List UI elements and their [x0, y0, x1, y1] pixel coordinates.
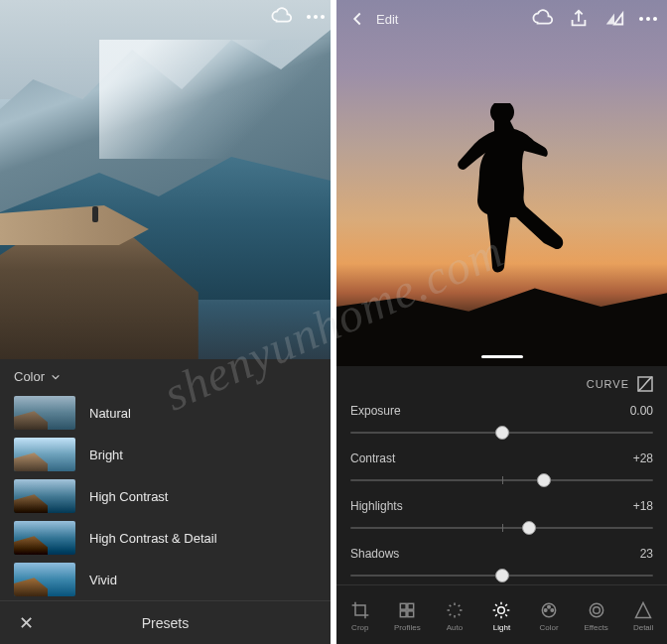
preset-item[interactable]: Bright: [0, 434, 331, 475]
preset-thumb: [14, 563, 75, 596]
preset-group-label: Color: [14, 369, 45, 384]
preset-thumb: [14, 438, 75, 471]
preview-image-fjord[interactable]: [0, 0, 331, 359]
svg-point-5: [498, 606, 505, 613]
tool-label: Auto: [447, 623, 463, 632]
slider-label: Contrast: [350, 451, 395, 465]
profiles-icon: [397, 600, 417, 620]
color-icon: [539, 600, 559, 620]
slider-value: 23: [640, 547, 653, 561]
preset-item[interactable]: High Contrast: [0, 475, 331, 517]
tool-label: Detail: [633, 623, 653, 632]
svg-point-11: [593, 606, 600, 613]
curve-button[interactable]: CURVE: [336, 366, 667, 404]
preset-item[interactable]: Natural: [0, 392, 331, 434]
preset-label: Bright: [89, 448, 123, 462]
presets-screen: Color Natural Bright High Contrast High …: [0, 0, 331, 644]
slider-value: +28: [633, 451, 653, 465]
more-icon[interactable]: [639, 17, 657, 21]
light-panel: CURVE Exposure 0.00 Contrast +28 H: [336, 366, 667, 644]
tool-detail[interactable]: Detail: [622, 600, 664, 632]
svg-point-9: [544, 608, 547, 611]
preset-item[interactable]: Vivid: [0, 559, 331, 600]
svg-point-7: [548, 605, 551, 608]
svg-rect-1: [401, 603, 407, 609]
bottom-bar-title: Presets: [142, 615, 189, 631]
curve-icon: [637, 376, 653, 392]
auto-icon: [445, 600, 465, 620]
preset-label: Natural: [89, 406, 131, 421]
tool-strip: Crop Profiles Auto Light Color Effects: [336, 584, 667, 644]
tool-label: Crop: [351, 623, 368, 632]
effects-icon: [587, 600, 606, 620]
svg-point-8: [551, 608, 554, 611]
preset-label: Vivid: [89, 573, 117, 587]
preset-thumb: [14, 396, 75, 430]
slider-label: Exposure: [350, 404, 401, 418]
svg-rect-4: [408, 610, 414, 616]
shadows-slider[interactable]: Shadows 23: [350, 547, 653, 584]
detail-icon: [633, 600, 653, 620]
tool-color[interactable]: Color: [528, 600, 570, 632]
silhouette-figure: [433, 103, 572, 282]
preset-thumb: [14, 521, 75, 555]
tool-effects[interactable]: Effects: [576, 600, 617, 632]
tool-crop[interactable]: Crop: [339, 600, 381, 632]
slider-value: 0.00: [630, 404, 653, 418]
close-icon[interactable]: ✕: [14, 611, 38, 635]
share-icon[interactable]: [568, 8, 590, 30]
crop-icon: [350, 600, 370, 620]
back-label[interactable]: Edit: [376, 12, 398, 27]
tool-profiles[interactable]: Profiles: [386, 600, 428, 632]
slider-label: Shadows: [350, 547, 399, 561]
tool-label: Light: [493, 623, 510, 632]
highlights-slider[interactable]: Highlights +18: [350, 499, 653, 537]
preset-group-header[interactable]: Color: [0, 359, 331, 392]
edit-screen: Edit CURVE Exposure 0.00: [336, 0, 667, 644]
cloud-sync-icon[interactable]: [532, 8, 554, 30]
tool-light[interactable]: Light: [480, 600, 522, 632]
preset-item[interactable]: High Contrast & Detail: [0, 517, 331, 559]
preset-label: High Contrast & Detail: [89, 531, 217, 546]
light-icon: [491, 600, 511, 620]
tool-label: Profiles: [394, 623, 421, 632]
bottom-bar: ✕ Presets: [0, 600, 331, 644]
panel-handle[interactable]: [481, 355, 523, 358]
slider-label: Highlights: [350, 499, 403, 513]
cloud-sync-icon[interactable]: [271, 6, 293, 28]
svg-rect-2: [408, 603, 414, 609]
curve-label: CURVE: [587, 378, 629, 390]
slider-value: +18: [633, 499, 653, 513]
preset-thumb: [14, 479, 75, 513]
exposure-slider[interactable]: Exposure 0.00: [350, 404, 653, 442]
tool-label: Effects: [584, 623, 607, 632]
back-icon[interactable]: [346, 8, 368, 30]
svg-rect-3: [401, 610, 407, 616]
preview-image-silhouette[interactable]: Edit: [336, 0, 667, 366]
before-after-icon[interactable]: [603, 8, 625, 30]
presets-panel: Color Natural Bright High Contrast High …: [0, 359, 331, 644]
more-icon[interactable]: [307, 15, 325, 19]
contrast-slider[interactable]: Contrast +28: [350, 451, 653, 489]
preset-list: Natural Bright High Contrast High Contra…: [0, 392, 331, 600]
tool-auto[interactable]: Auto: [434, 600, 475, 632]
tool-label: Color: [539, 623, 558, 632]
preset-label: High Contrast: [89, 489, 168, 504]
chevron-down-icon: [51, 372, 61, 382]
svg-point-10: [590, 603, 602, 616]
